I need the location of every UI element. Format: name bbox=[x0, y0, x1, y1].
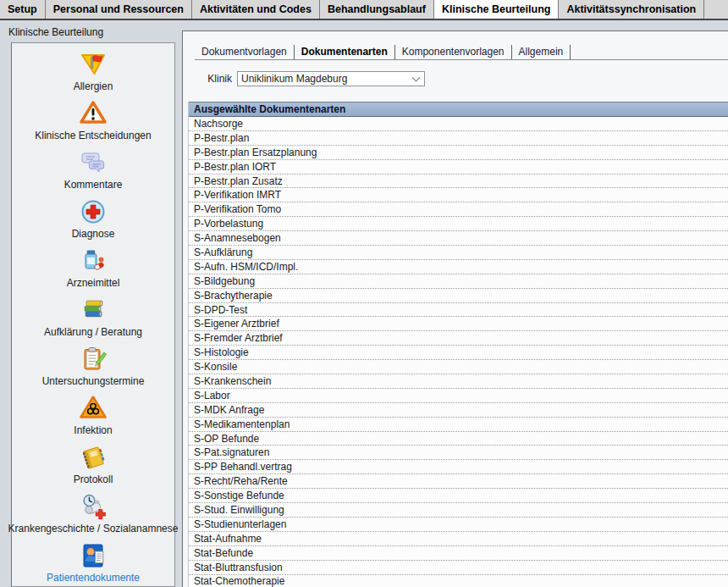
sidebar-item-arzneimittel[interactable]: Arzneimittel bbox=[12, 240, 174, 289]
table-row[interactable]: S-MDK Anfrage bbox=[189, 403, 728, 418]
sidebar-item-label: Kommentare bbox=[64, 179, 123, 191]
menu-tab-aktivitaeten-und-codes[interactable]: Aktivitäten und Codes bbox=[192, 0, 320, 19]
table-row[interactable]: S-Sonstige Befunde bbox=[189, 489, 728, 503]
table-row[interactable]: S-Konsile bbox=[189, 360, 728, 374]
table-row[interactable]: S-Aufn. HSM/ICD/Impl. bbox=[189, 260, 728, 274]
table-row[interactable]: P-Vorbelastung bbox=[189, 217, 728, 231]
medicine-bottle-icon bbox=[78, 246, 108, 276]
table-row[interactable]: S-Krankenschein bbox=[189, 374, 728, 389]
table-row[interactable]: S-Brachytherapie bbox=[189, 289, 728, 303]
table-row[interactable]: P-Bestr.plan bbox=[189, 131, 728, 146]
sidebar-item-label: Diagnose bbox=[72, 228, 115, 240]
sidebar-item-kommentare[interactable]: Kommentare bbox=[12, 141, 174, 191]
table-row[interactable]: S-Recht/Reha/Rente bbox=[189, 474, 728, 489]
table-row[interactable]: S-Studienunterlagen bbox=[189, 518, 728, 532]
table-row[interactable]: S-OP Befunde bbox=[189, 432, 728, 446]
table-row[interactable]: Nachsorge bbox=[189, 117, 728, 131]
tab-komponentenvorlagen[interactable]: Komponentenvorlagen bbox=[395, 45, 512, 59]
table-row[interactable]: S-DPD-Test bbox=[189, 303, 728, 318]
chevron-down-icon bbox=[412, 74, 421, 82]
table-row[interactable]: S-Labor bbox=[189, 389, 728, 403]
sidebar: Allergien Klinische Entscheidungen Komme… bbox=[11, 42, 175, 587]
warning-triangle-icon bbox=[78, 98, 108, 129]
document-types-table: Ausgewählte Dokumentenarten NachsorgeP-B… bbox=[188, 102, 728, 587]
sidebar-item-protokoll[interactable]: Protokoll bbox=[12, 436, 174, 485]
clinic-select-value: Uniklinikum Magdeburg bbox=[241, 73, 347, 85]
table-row[interactable]: S-Bildgebung bbox=[189, 274, 728, 289]
main-tab-bar: Dokumentvorlagen Dokumentenarten Kompone… bbox=[195, 44, 728, 60]
table-body: NachsorgeP-Bestr.planP-Bestr.plan Ersatz… bbox=[189, 117, 728, 587]
table-header: Ausgewählte Dokumentenarten bbox=[189, 102, 728, 117]
sidebar-item-allergien[interactable]: Allergien bbox=[12, 43, 174, 92]
speech-bubbles-icon bbox=[78, 147, 108, 178]
sidebar-item-label: Arzneimittel bbox=[67, 277, 120, 289]
menu-tab-behandlungsablauf[interactable]: Behandlungsablauf bbox=[320, 0, 434, 19]
sidebar-item-label: Infektion bbox=[74, 424, 112, 436]
books-stack-icon bbox=[78, 295, 108, 325]
clinic-select[interactable]: Uniklinikum Magdeburg bbox=[237, 71, 425, 86]
table-row[interactable]: S-Histologie bbox=[189, 346, 728, 360]
table-row[interactable]: S-Anamnesebogen bbox=[189, 231, 728, 246]
notebook-icon bbox=[78, 442, 108, 473]
main-panel: Dokumentvorlagen Dokumentenarten Kompone… bbox=[182, 30, 728, 587]
table-row[interactable]: S-Stud. Einwilligung bbox=[189, 503, 728, 518]
sidebar-item-klinische-entscheidungen[interactable]: Klinische Entscheidungen bbox=[12, 92, 174, 141]
sidebar-item-label: Krankengeschichte / Sozialanamnese bbox=[8, 523, 179, 534]
sidebar-item-krankengeschichte-sozialanamnese[interactable]: Krankengeschichte / Sozialanamnese bbox=[12, 485, 174, 534]
table-row[interactable]: Stat-Befunde bbox=[189, 546, 728, 561]
sidebar-item-label: Protokoll bbox=[74, 473, 113, 485]
menu-tab-personal-und-ressourcen[interactable]: Personal und Ressourcen bbox=[46, 0, 192, 19]
sidebar-item-untersuchungstermine[interactable]: Untersuchungstermine bbox=[12, 338, 174, 387]
menu-tab-setup[interactable]: Setup bbox=[0, 0, 46, 19]
sidebar-item-infektion[interactable]: Infektion bbox=[12, 387, 174, 436]
biohazard-icon bbox=[78, 393, 108, 424]
table-row[interactable]: P-Bestr.plan IORT bbox=[189, 160, 728, 174]
table-row[interactable]: S-Fremder Arztbrief bbox=[189, 331, 728, 346]
sidebar-item-diagnose[interactable]: Diagnose bbox=[12, 191, 174, 240]
clinic-row: Klinik Uniklinikum Magdeburg bbox=[183, 71, 425, 86]
allergy-flag-icon bbox=[78, 49, 108, 80]
history-clock-icon bbox=[78, 491, 108, 522]
sidebar-item-patientendokumente[interactable]: Patientendokumente bbox=[12, 534, 174, 584]
sidebar-item-label: Patientendokumente bbox=[47, 572, 140, 584]
tab-allgemein[interactable]: Allgemein bbox=[512, 45, 571, 59]
table-row[interactable]: P-Verifikation IMRT bbox=[189, 188, 728, 202]
table-row[interactable]: Stat-Chemotherapie bbox=[189, 575, 728, 587]
table-row[interactable]: S-Eigener Arztbrief bbox=[189, 317, 728, 331]
table-row[interactable]: Stat-Aufnahme bbox=[189, 532, 728, 546]
sidebar-item-label: Aufklärung / Beratung bbox=[44, 326, 142, 338]
tab-dokumentenarten[interactable]: Dokumentenarten bbox=[295, 45, 395, 59]
table-row[interactable]: P-Bestr.plan Ersatzplanung bbox=[189, 146, 728, 160]
table-row[interactable]: P-Verifikation Tomo bbox=[189, 202, 728, 217]
tab-dokumentvorlagen[interactable]: Dokumentvorlagen bbox=[195, 45, 295, 59]
table-row[interactable]: S-Medikamentenplan bbox=[189, 418, 728, 432]
patient-documents-icon bbox=[78, 540, 108, 571]
table-row[interactable]: P-Bestr.plan Zusatz bbox=[189, 174, 728, 189]
top-menu-bar: Setup Personal und Ressourcen Aktivitäte… bbox=[0, 0, 728, 20]
sidebar-item-label: Untersuchungstermine bbox=[42, 375, 145, 387]
sidebar-item-label: Allergien bbox=[74, 80, 113, 92]
clipboard-pencil-icon bbox=[78, 344, 108, 374]
clinic-label: Klinik bbox=[183, 73, 237, 85]
menu-tab-aktivitaetssynchronisation[interactable]: Aktivitätssynchronisation bbox=[559, 0, 704, 19]
table-row[interactable]: S-PP Behandl.vertrag bbox=[189, 460, 728, 474]
table-row[interactable]: S-Pat.signaturen bbox=[189, 446, 728, 460]
table-row[interactable]: Stat-Bluttransfusion bbox=[189, 561, 728, 575]
table-row[interactable]: S-Aufklärung bbox=[189, 246, 728, 260]
red-cross-circle-icon bbox=[78, 197, 108, 227]
sidebar-title: Klinische Beurteilung bbox=[8, 26, 103, 38]
sidebar-item-label: Klinische Entscheidungen bbox=[35, 130, 151, 141]
sidebar-item-aufklaerung-beratung[interactable]: Aufklärung / Beratung bbox=[12, 289, 174, 338]
menu-tab-klinische-beurteilung[interactable]: Klinische Beurteilung bbox=[434, 0, 560, 19]
